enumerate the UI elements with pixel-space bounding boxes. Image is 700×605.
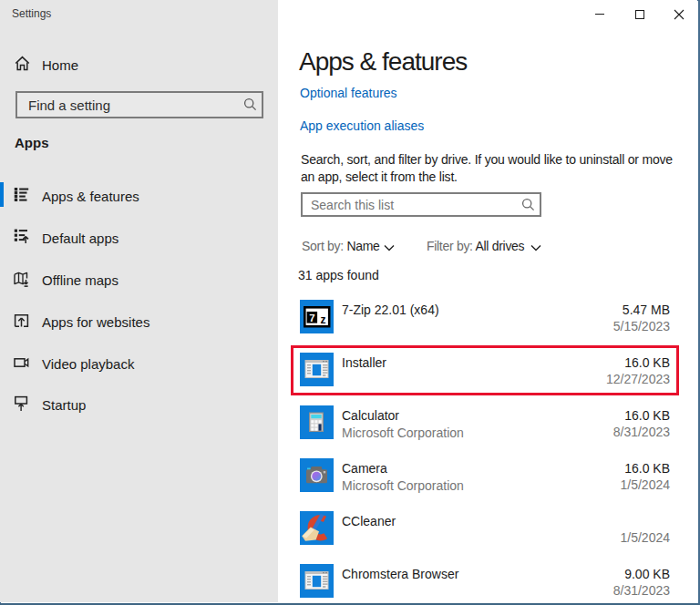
svg-text:z: z — [321, 313, 326, 326]
svg-text:7: 7 — [309, 313, 314, 323]
